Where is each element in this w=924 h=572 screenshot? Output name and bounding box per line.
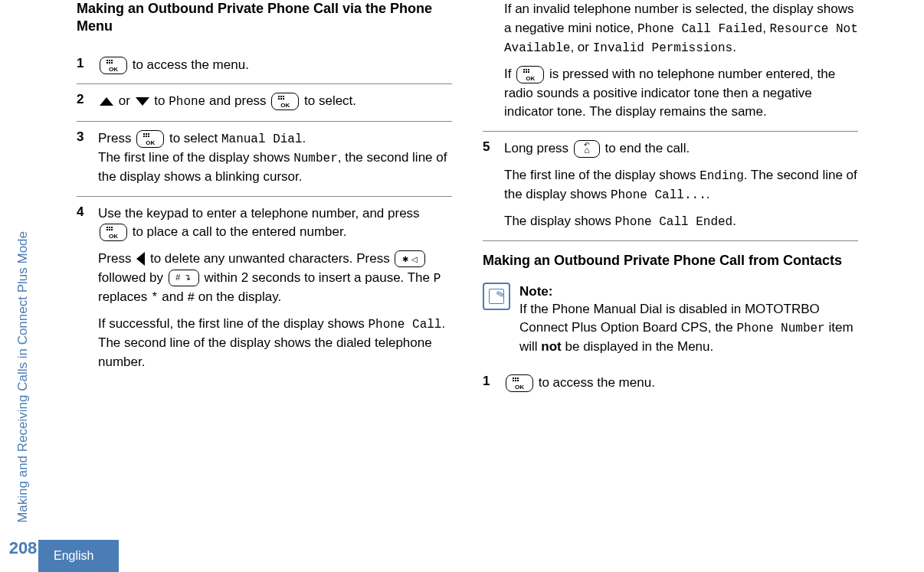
page-number: 208 [9, 538, 38, 558]
text: . [706, 187, 710, 201]
step-1: 1 to access the menu. [77, 48, 452, 85]
text: on the display. [195, 289, 281, 304]
manual-page: Making and Receiving Calls in Connect Pl… [0, 0, 924, 572]
display-text: Ending [700, 169, 744, 183]
text: to delete any unwanted characters. Press [146, 251, 393, 266]
text: Press [98, 251, 135, 266]
step-5: 5 Long press to end the call. The first … [483, 132, 858, 241]
text: . [732, 40, 736, 54]
ok-button-icon [271, 93, 299, 110]
step-body: or to Phone and press to select. [98, 92, 452, 111]
step-1: 1 to access the menu. [483, 366, 858, 402]
star-key-icon [395, 250, 425, 267]
note: Note: If the Phone Manual Dial is disabl… [483, 283, 858, 356]
ok-button-icon [100, 57, 127, 74]
step-number: 5 [483, 139, 504, 231]
step-4-continuation: If an invalid telephone number is select… [483, 0, 858, 132]
ok-button-icon [516, 66, 544, 83]
note-title: Note: [519, 283, 858, 301]
text: to [151, 93, 169, 108]
ok-button-icon [506, 374, 533, 392]
text: to place a call to the entered number. [129, 224, 346, 239]
step-number: 3 [77, 129, 98, 187]
display-text: Manual Dial [221, 132, 303, 146]
text: to select [165, 131, 221, 145]
text: to select. [300, 93, 356, 108]
display-text: Phone Call... [611, 188, 706, 202]
text: Long press [504, 141, 572, 155]
content-columns: Making an Outbound Private Phone Call vi… [46, 0, 909, 572]
text: . [303, 131, 306, 145]
step-number: 1 [483, 374, 504, 393]
step-body: Press to select Manual Dial. The first l… [98, 129, 452, 187]
down-arrow-icon [136, 97, 149, 106]
hash-key-icon [169, 270, 199, 286]
chapter-side-label: Making and Receiving Calls in Connect Pl… [15, 231, 31, 523]
display-text: Phone Call [368, 318, 441, 332]
display-text: Number [293, 152, 338, 165]
text: be displayed in the Menu. [562, 339, 713, 354]
left-column: Making an Outbound Private Phone Call vi… [77, 0, 452, 526]
display-text: Phone Number [737, 322, 825, 335]
step-body: to access the menu. [504, 374, 858, 393]
left-arrow-icon [136, 252, 145, 266]
text: or [115, 93, 134, 108]
up-arrow-icon [100, 97, 113, 106]
section-title: Making an Outbound Private Phone Call fr… [483, 252, 858, 270]
text: . [732, 214, 736, 228]
display-text: Invalid Permissions [593, 41, 732, 55]
step-4: 4 Use the keypad to enter a telephone nu… [77, 197, 452, 381]
text: is pressed with no telephone number ente… [504, 67, 835, 119]
emphasis-not: not [541, 339, 561, 354]
step-number: 2 [77, 92, 98, 111]
display-text: Phone Call Ended [615, 215, 733, 229]
text: within 2 seconds to insert a pause. The [201, 270, 434, 285]
text: The first line of the display shows [504, 168, 700, 182]
step-number: 4 [77, 204, 98, 372]
display-text: * [151, 291, 159, 305]
step-3: 3 Press to select Manual Dial. The first… [77, 122, 452, 197]
text: The display shows [504, 214, 615, 228]
text: Press [98, 131, 135, 145]
text: replaces [98, 289, 151, 304]
text: to end the call. [601, 141, 690, 155]
section-title: Making an Outbound Private Phone Call vi… [77, 0, 452, 36]
display-text: Phone [169, 95, 205, 109]
text: Use the keypad to enter a telephone numb… [98, 206, 420, 221]
step-2: 2 or to Phone and press to select. [77, 84, 452, 121]
text: , or [570, 40, 592, 54]
language-badge: English [38, 540, 119, 572]
ok-button-icon [100, 224, 127, 241]
text: and [159, 289, 188, 304]
step-body: to access the menu. [98, 56, 452, 75]
ok-button-icon [136, 130, 164, 148]
text: The first line of the display shows [98, 150, 293, 165]
step-text: to access the menu. [535, 375, 655, 390]
right-column: If an invalid telephone number is select… [483, 0, 858, 526]
display-text: Phone Call Failed [637, 22, 762, 36]
note-body: Note: If the Phone Manual Dial is disabl… [519, 283, 858, 356]
text: , [762, 21, 769, 35]
text: followed by [98, 270, 167, 285]
display-text: # [187, 291, 195, 305]
step-body: Use the keypad to enter a telephone numb… [98, 204, 452, 372]
step-text: to access the menu. [129, 57, 249, 72]
step-number: 1 [77, 56, 98, 75]
home-back-button-icon [574, 140, 600, 158]
text: If [504, 67, 515, 81]
note-icon [483, 283, 510, 310]
step-body: Long press to end the call. The first li… [504, 139, 858, 231]
display-text: P [434, 272, 441, 286]
text: If successful, the first line of the dis… [98, 316, 368, 331]
left-rail: Making and Receiving Calls in Connect Pl… [0, 0, 46, 572]
text: and press [205, 93, 270, 108]
